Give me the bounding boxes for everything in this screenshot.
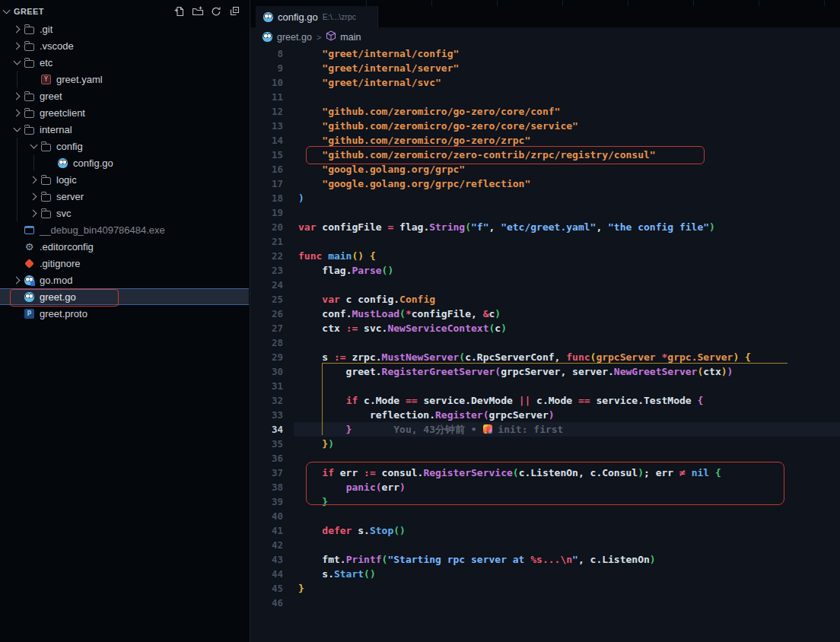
tree-item-greet[interactable]: greet <box>0 87 249 104</box>
code-line-19[interactable]: 19 <box>250 205 840 220</box>
line-number[interactable]: 12 <box>250 104 283 119</box>
tree-item-config-go[interactable]: config.go <box>0 154 249 171</box>
line-number[interactable]: 11 <box>250 90 283 104</box>
code-line-12[interactable]: 12 "github.com/zeromicro/go-zero/core/co… <box>250 104 840 119</box>
code-line-20[interactable]: 20var configFile = flag.String("f", "etc… <box>250 220 840 234</box>
tree-item-etc[interactable]: etc <box>0 54 249 71</box>
line-number[interactable]: 33 <box>250 408 283 422</box>
code-line-44[interactable]: 44 s.Start() <box>250 567 840 581</box>
explorer-section-header[interactable]: GREET <box>0 3 250 20</box>
code-line-26[interactable]: 26 conf.MustLoad(*configFile, &c) <box>250 307 840 321</box>
code-editor[interactable]: 8 "greet/internal/config"9 "greet/intern… <box>250 46 840 642</box>
line-number[interactable]: 43 <box>250 552 283 567</box>
tree-item-internal[interactable]: internal <box>0 121 249 138</box>
line-number[interactable]: 45 <box>250 581 283 596</box>
tree-item-svc[interactable]: svc <box>0 205 249 221</box>
code-line-22[interactable]: 22func main() { <box>250 249 840 263</box>
tree-item-greet-proto[interactable]: Pgreet.proto <box>0 305 249 322</box>
line-number[interactable]: 28 <box>250 335 283 350</box>
line-number[interactable]: 29 <box>250 350 283 364</box>
tree-item-logic[interactable]: logic <box>0 171 249 188</box>
line-number[interactable]: 31 <box>250 379 283 393</box>
line-number[interactable]: 30 <box>250 364 283 379</box>
tree-item-greetclient[interactable]: greetclient <box>0 104 249 121</box>
code-line-46[interactable]: 46 <box>250 596 840 610</box>
tree-item-greet-go[interactable]: greet.go <box>0 288 249 305</box>
code-line-17[interactable]: 17 "google.golang.org/grpc/reflection" <box>250 176 840 191</box>
line-number[interactable]: 14 <box>250 133 283 148</box>
code-line-39[interactable]: 39 } <box>250 494 840 509</box>
line-number[interactable]: 44 <box>250 567 283 581</box>
code-line-43[interactable]: 43 fmt.Printf("Starting rpc server at %s… <box>250 552 840 567</box>
line-number[interactable]: 16 <box>250 162 283 176</box>
tree-item--editorconfig[interactable]: ⚙.editorconfig <box>0 238 249 255</box>
line-number[interactable]: 20 <box>250 220 283 234</box>
line-number[interactable]: 42 <box>250 538 283 552</box>
code-line-16[interactable]: 16 "google.golang.org/grpc" <box>250 162 840 176</box>
line-number[interactable]: 36 <box>250 451 283 466</box>
code-line-10[interactable]: 10 "greet/internal/svc" <box>250 75 840 90</box>
line-number[interactable]: 23 <box>250 263 283 278</box>
code-line-34[interactable]: 34 } You, 43分钟前 • 🎉 init: first <box>250 422 840 437</box>
line-number[interactable]: 37 <box>250 466 283 480</box>
code-line-24[interactable]: 24 <box>250 278 840 292</box>
line-number[interactable]: 27 <box>250 321 283 335</box>
line-number[interactable]: 21 <box>250 234 283 249</box>
code-line-41[interactable]: 41 defer s.Stop() <box>250 523 840 538</box>
line-number[interactable]: 46 <box>250 596 283 610</box>
code-line-35[interactable]: 35 }) <box>250 437 840 451</box>
tree-item--debug-bin409786484-exe[interactable]: __debug_bin409786484.exe <box>0 221 249 238</box>
line-number[interactable]: 19 <box>250 205 283 220</box>
code-line-42[interactable]: 42 <box>250 538 840 552</box>
new-folder-button[interactable] <box>192 5 204 17</box>
code-line-31[interactable]: 31 <box>250 379 840 393</box>
line-number[interactable]: 34 <box>250 422 283 437</box>
code-line-23[interactable]: 23 flag.Parse() <box>250 263 840 278</box>
line-number[interactable]: 13 <box>250 119 283 133</box>
code-line-14[interactable]: 14 "github.com/zeromicro/go-zero/zrpc" <box>250 133 840 148</box>
line-number[interactable]: 35 <box>250 437 283 451</box>
line-number[interactable]: 32 <box>250 393 283 408</box>
code-line-36[interactable]: 36 <box>250 451 840 466</box>
line-number[interactable]: 15 <box>250 148 283 162</box>
new-file-button[interactable] <box>173 5 186 17</box>
tree-item-go-mod[interactable]: go.mod <box>0 272 249 288</box>
line-number[interactable]: 39 <box>250 494 283 509</box>
code-line-9[interactable]: 9 "greet/internal/server" <box>250 61 840 75</box>
code-line-11[interactable]: 11 <box>250 90 840 104</box>
code-line-32[interactable]: 32 if c.Mode == service.DevMode || c.Mod… <box>250 393 840 408</box>
line-number[interactable]: 17 <box>250 176 283 191</box>
tree-item--git[interactable]: .git <box>0 21 249 37</box>
line-number[interactable]: 9 <box>250 61 283 75</box>
line-number[interactable]: 24 <box>250 278 283 292</box>
tree-item-config[interactable]: config <box>0 138 249 154</box>
code-line-37[interactable]: 37 if err := consul.RegisterService(c.Li… <box>250 466 840 480</box>
line-number[interactable]: 25 <box>250 292 283 307</box>
refresh-explorer-button[interactable] <box>210 5 222 17</box>
line-number[interactable]: 22 <box>250 249 283 263</box>
code-line-28[interactable]: 28 <box>250 335 840 350</box>
code-line-25[interactable]: 25 var c config.Config <box>250 292 840 307</box>
code-line-13[interactable]: 13 "github.com/zeromicro/go-zero/core/se… <box>250 119 840 133</box>
code-line-40[interactable]: 40 <box>250 509 840 523</box>
code-line-18[interactable]: 18) <box>250 191 840 205</box>
line-number[interactable]: 40 <box>250 509 283 523</box>
code-line-8[interactable]: 8 "greet/internal/config" <box>250 46 840 61</box>
collapse-folders-button[interactable] <box>228 5 240 17</box>
tree-item-server[interactable]: server <box>0 188 249 205</box>
tree-item-greet-yaml[interactable]: Ygreet.yaml <box>0 71 249 87</box>
breadcrumb-file[interactable]: greet.go <box>277 32 312 43</box>
line-number[interactable]: 26 <box>250 307 283 321</box>
tab-config-go[interactable]: config.go E:\...\zrpc <box>256 6 378 27</box>
line-number[interactable]: 18 <box>250 191 283 205</box>
code-line-15[interactable]: 15 "github.com/zeromicro/zero-contrib/zr… <box>250 148 840 162</box>
code-line-21[interactable]: 21 <box>250 234 840 249</box>
code-line-27[interactable]: 27 ctx := svc.NewServiceContext(c) <box>250 321 840 335</box>
code-line-33[interactable]: 33 reflection.Register(grpcServer) <box>250 408 840 422</box>
tree-item--vscode[interactable]: .vscode <box>0 37 249 54</box>
code-line-45[interactable]: 45} <box>250 581 840 596</box>
tree-item--gitignore[interactable]: .gitignore <box>0 255 249 272</box>
code-line-29[interactable]: 29 s := zrpc.MustNewServer(c.RpcServerCo… <box>250 350 840 364</box>
code-line-30[interactable]: 30 greet.RegisterGreetServer(grpcServer,… <box>250 364 840 379</box>
line-number[interactable]: 38 <box>250 480 283 494</box>
